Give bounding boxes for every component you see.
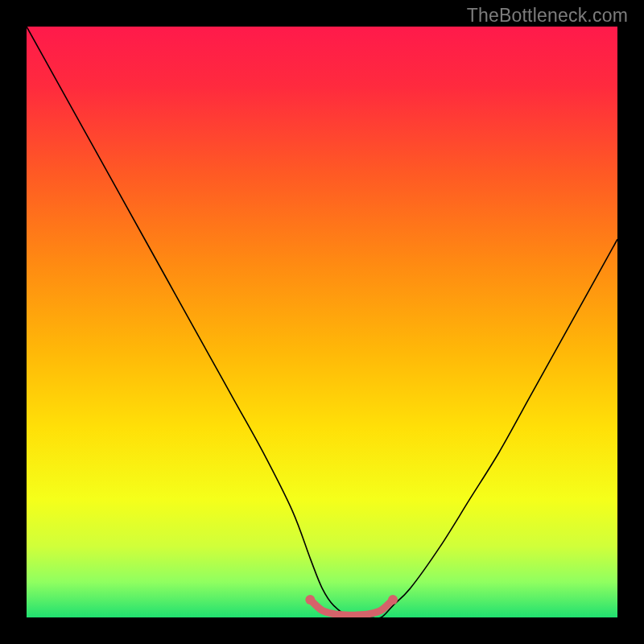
sweet-spot-endpoint xyxy=(388,595,398,605)
watermark-text: TheBottleneck.com xyxy=(467,5,628,27)
plot-area xyxy=(27,27,617,617)
gradient-background xyxy=(27,27,617,617)
outer-frame: TheBottleneck.com xyxy=(0,0,644,644)
sweet-spot-endpoint xyxy=(305,595,315,605)
bottleneck-chart xyxy=(27,27,617,617)
